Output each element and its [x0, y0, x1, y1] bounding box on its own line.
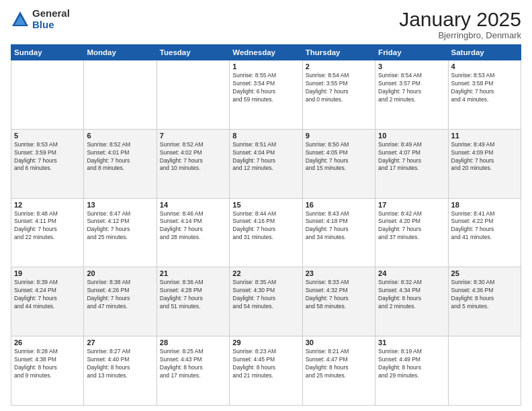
day-number: 15 — [232, 201, 299, 209]
day-number: 6 — [87, 132, 153, 140]
day-number: 24 — [378, 269, 445, 277]
day-number: 2 — [306, 62, 372, 71]
table-row: 25Sunrise: 8:30 AM Sunset: 4:36 PM Dayli… — [448, 267, 521, 336]
table-row: 15Sunrise: 8:44 AM Sunset: 4:16 PM Dayli… — [230, 198, 302, 267]
day-number: 22 — [232, 269, 299, 277]
table-row: 27Sunrise: 8:27 AM Sunset: 4:40 PM Dayli… — [84, 336, 157, 406]
day-number: 10 — [378, 132, 445, 140]
day-info: Sunrise: 8:54 AM Sunset: 3:55 PM Dayligh… — [306, 72, 372, 104]
table-row — [157, 60, 229, 130]
day-info: Sunrise: 8:54 AM Sunset: 3:57 PM Dayligh… — [378, 72, 445, 104]
table-row: 17Sunrise: 8:42 AM Sunset: 4:20 PM Dayli… — [375, 198, 448, 267]
logo: General Blue — [11, 8, 70, 30]
day-info: Sunrise: 8:21 AM Sunset: 4:47 PM Dayligh… — [306, 348, 372, 380]
day-number: 29 — [232, 338, 299, 347]
table-row — [448, 336, 521, 406]
day-info: Sunrise: 8:30 AM Sunset: 4:36 PM Dayligh… — [451, 279, 518, 311]
day-info: Sunrise: 8:44 AM Sunset: 4:16 PM Dayligh… — [232, 210, 299, 242]
day-info: Sunrise: 8:35 AM Sunset: 4:30 PM Dayligh… — [232, 279, 299, 311]
day-info: Sunrise: 8:41 AM Sunset: 4:22 PM Dayligh… — [451, 210, 518, 242]
calendar-week-row: 19Sunrise: 8:39 AM Sunset: 4:24 PM Dayli… — [11, 267, 521, 336]
table-row: 10Sunrise: 8:49 AM Sunset: 4:07 PM Dayli… — [375, 129, 448, 198]
header-wednesday: Wednesday — [230, 45, 302, 60]
day-info: Sunrise: 8:27 AM Sunset: 4:40 PM Dayligh… — [87, 348, 153, 380]
day-number: 19 — [14, 269, 81, 277]
logo-general: General — [32, 8, 70, 19]
table-row — [84, 60, 157, 130]
day-number: 14 — [160, 201, 226, 209]
day-info: Sunrise: 8:46 AM Sunset: 4:14 PM Dayligh… — [160, 210, 226, 242]
day-number: 21 — [160, 269, 226, 277]
day-info: Sunrise: 8:28 AM Sunset: 4:38 PM Dayligh… — [14, 348, 81, 380]
day-info: Sunrise: 8:43 AM Sunset: 4:18 PM Dayligh… — [306, 210, 372, 242]
calendar-week-row: 26Sunrise: 8:28 AM Sunset: 4:38 PM Dayli… — [11, 336, 521, 406]
table-row: 24Sunrise: 8:32 AM Sunset: 4:34 PM Dayli… — [375, 267, 448, 336]
day-number: 1 — [232, 62, 299, 71]
day-number: 27 — [87, 338, 153, 347]
day-number: 7 — [160, 132, 226, 140]
table-row: 20Sunrise: 8:38 AM Sunset: 4:26 PM Dayli… — [84, 267, 157, 336]
day-number: 18 — [451, 201, 518, 209]
header-friday: Friday — [375, 45, 448, 60]
day-number: 11 — [451, 132, 518, 140]
table-row: 23Sunrise: 8:33 AM Sunset: 4:32 PM Dayli… — [302, 267, 375, 336]
table-row: 6Sunrise: 8:52 AM Sunset: 4:01 PM Daylig… — [84, 129, 157, 198]
table-row: 26Sunrise: 8:28 AM Sunset: 4:38 PM Dayli… — [11, 336, 84, 406]
day-number: 16 — [306, 201, 372, 209]
day-number: 9 — [306, 132, 372, 140]
table-row: 16Sunrise: 8:43 AM Sunset: 4:18 PM Dayli… — [302, 198, 375, 267]
table-row: 9Sunrise: 8:50 AM Sunset: 4:05 PM Daylig… — [302, 129, 375, 198]
logo-text: General Blue — [32, 8, 70, 30]
header-sunday: Sunday — [11, 45, 84, 60]
day-info: Sunrise: 8:52 AM Sunset: 4:02 PM Dayligh… — [160, 141, 226, 173]
table-row: 13Sunrise: 8:47 AM Sunset: 4:12 PM Dayli… — [84, 198, 157, 267]
day-info: Sunrise: 8:47 AM Sunset: 4:12 PM Dayligh… — [87, 210, 153, 242]
day-info: Sunrise: 8:25 AM Sunset: 4:43 PM Dayligh… — [160, 348, 226, 380]
day-info: Sunrise: 8:55 AM Sunset: 3:54 PM Dayligh… — [232, 72, 299, 104]
table-row: 8Sunrise: 8:51 AM Sunset: 4:04 PM Daylig… — [230, 129, 302, 198]
day-info: Sunrise: 8:23 AM Sunset: 4:45 PM Dayligh… — [232, 348, 299, 380]
day-number: 13 — [87, 201, 153, 209]
day-number: 26 — [14, 338, 81, 347]
day-info: Sunrise: 8:49 AM Sunset: 4:07 PM Dayligh… — [378, 141, 445, 173]
table-row: 19Sunrise: 8:39 AM Sunset: 4:24 PM Dayli… — [11, 267, 84, 336]
table-row: 2Sunrise: 8:54 AM Sunset: 3:55 PM Daylig… — [302, 60, 375, 130]
day-info: Sunrise: 8:32 AM Sunset: 4:34 PM Dayligh… — [378, 279, 445, 311]
header-monday: Monday — [84, 45, 157, 60]
day-number: 4 — [451, 62, 518, 71]
title-block: January 2025 Bjerringbro, Denmark — [399, 8, 521, 40]
month-title: January 2025 — [399, 8, 521, 30]
day-number: 8 — [232, 132, 299, 140]
header-saturday: Saturday — [448, 45, 521, 60]
table-row: 1Sunrise: 8:55 AM Sunset: 3:54 PM Daylig… — [230, 60, 302, 130]
day-number: 5 — [14, 132, 81, 140]
day-info: Sunrise: 8:50 AM Sunset: 4:05 PM Dayligh… — [306, 141, 372, 173]
table-row: 31Sunrise: 8:19 AM Sunset: 4:49 PM Dayli… — [375, 336, 448, 406]
day-number: 23 — [306, 269, 372, 277]
calendar-week-row: 12Sunrise: 8:48 AM Sunset: 4:11 PM Dayli… — [11, 198, 521, 267]
page: General Blue January 2025 Bjerringbro, D… — [0, 0, 532, 411]
day-info: Sunrise: 8:52 AM Sunset: 4:01 PM Dayligh… — [87, 141, 153, 173]
day-info: Sunrise: 8:36 AM Sunset: 4:28 PM Dayligh… — [160, 279, 226, 311]
table-row: 11Sunrise: 8:49 AM Sunset: 4:09 PM Dayli… — [448, 129, 521, 198]
table-row: 3Sunrise: 8:54 AM Sunset: 3:57 PM Daylig… — [375, 60, 448, 130]
day-info: Sunrise: 8:42 AM Sunset: 4:20 PM Dayligh… — [378, 210, 445, 242]
calendar: Sunday Monday Tuesday Wednesday Thursday… — [11, 44, 521, 406]
day-number: 20 — [87, 269, 153, 277]
calendar-week-row: 5Sunrise: 8:53 AM Sunset: 3:59 PM Daylig… — [11, 129, 521, 198]
header: General Blue January 2025 Bjerringbro, D… — [11, 8, 521, 40]
day-info: Sunrise: 8:49 AM Sunset: 4:09 PM Dayligh… — [451, 141, 518, 173]
table-row: 18Sunrise: 8:41 AM Sunset: 4:22 PM Dayli… — [448, 198, 521, 267]
table-row: 14Sunrise: 8:46 AM Sunset: 4:14 PM Dayli… — [157, 198, 229, 267]
day-number: 25 — [451, 269, 518, 277]
table-row: 5Sunrise: 8:53 AM Sunset: 3:59 PM Daylig… — [11, 129, 84, 198]
day-number: 3 — [378, 62, 445, 71]
table-row: 4Sunrise: 8:53 AM Sunset: 3:58 PM Daylig… — [448, 60, 521, 130]
day-info: Sunrise: 8:51 AM Sunset: 4:04 PM Dayligh… — [232, 141, 299, 173]
day-info: Sunrise: 8:53 AM Sunset: 3:59 PM Dayligh… — [14, 141, 81, 173]
header-tuesday: Tuesday — [157, 45, 229, 60]
table-row: 30Sunrise: 8:21 AM Sunset: 4:47 PM Dayli… — [302, 336, 375, 406]
location: Bjerringbro, Denmark — [399, 30, 521, 40]
day-number: 12 — [14, 201, 81, 209]
weekday-header-row: Sunday Monday Tuesday Wednesday Thursday… — [11, 45, 521, 60]
